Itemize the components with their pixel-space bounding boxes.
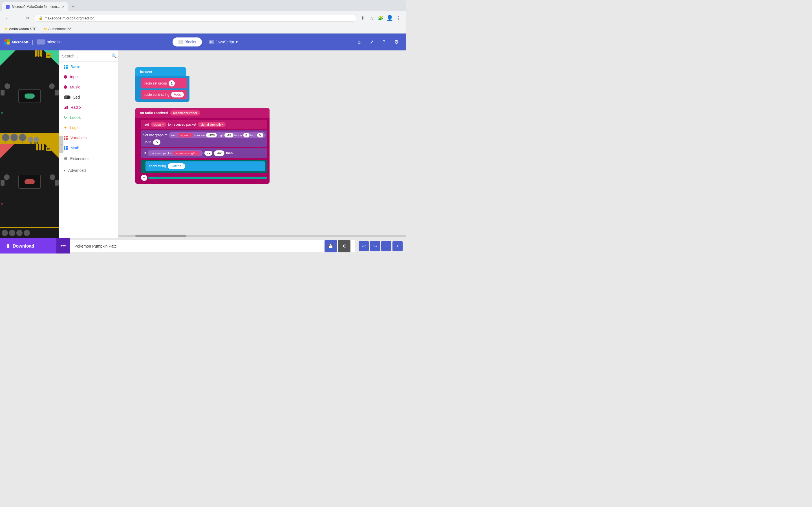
on-radio-label: on radio received [140,111,168,115]
compare-val: -42 [217,151,221,155]
sidebar-item-variables[interactable]: Variables [59,133,118,143]
url-text: makecode.microbit.org/#editor [45,16,94,20]
undo-btn[interactable]: ↩ [359,241,369,251]
scrollbar-thumb[interactable] [135,235,186,237]
search-input[interactable] [62,54,111,58]
received-number: receivedNumber [173,111,197,115]
a-label-bottom: A [1,202,3,205]
github-btn[interactable]: ⑆ [338,240,350,252]
low-val1: -128 [208,133,214,137]
plot-bar-graph-of-label: plot bar graph of [143,133,167,137]
ssl-icon: 🔒 [39,16,43,20]
reload-button[interactable]: ↻ [24,14,32,22]
sidebar-item-input[interactable]: Input [59,72,118,82]
forward-button[interactable]: → [13,14,21,22]
back-button[interactable]: ← [3,14,11,22]
tab-close-btn[interactable]: ✕ [62,5,64,9]
signal-dropdown[interactable]: signal ▾ [151,122,166,127]
header-divider: | [32,39,33,45]
corner-hole-br [50,174,55,180]
forever-body: radio set group 1 radio send string hell… [135,76,190,102]
profile-btn[interactable]: 👤 [386,14,394,22]
high-val2-pill: 5 [257,133,263,137]
button-b[interactable] [55,90,59,96]
toolbar-actions: ⬇ ☆ 🧩 👤 ⋮ [359,14,403,22]
received-number-pill: receivedNumber [170,110,200,115]
led-toggle-icon [64,96,70,99]
then-label: then [226,151,233,155]
gte-dropdown[interactable]: ≥ ▾ [204,151,212,156]
from-low-label: from low [194,133,206,137]
sidebar-item-basic[interactable]: Basic [59,62,118,72]
signal-map-dropdown[interactable]: signal ▾ [178,133,193,137]
tab-title: Microsoft MakeCode for micro... [12,5,60,9]
search-icon[interactable]: 🔍 [111,53,117,59]
button-b-bottom[interactable] [55,180,59,186]
extension-puzzle-btn[interactable]: 🧩 [377,14,385,22]
signal-strength-if-dropdown[interactable]: signal strength ▾ [173,151,200,156]
download-button[interactable]: ⬇ Download [0,238,56,253]
help-button[interactable]: ? [379,37,389,47]
address-bar[interactable]: 🔒 makecode.microbit.org/#editor [34,15,356,22]
sidebar-item-advanced[interactable]: ▾ Advanced [59,165,118,175]
settings-button[interactable]: ⚙ [391,37,402,47]
sidebar-basic-label: Basic [70,64,80,69]
received-packet-label: received packet [172,122,196,126]
save-project-btn[interactable]: 💾 [324,240,337,252]
blocks-mode-btn[interactable]: ⬜ Blocks [172,38,202,47]
up-to-val-pill: 5 [153,139,161,145]
teal-connector [148,177,267,179]
corner-hole-tr [49,83,55,89]
download-page-btn[interactable]: ⬇ [359,14,366,22]
collapse-simulator-btn[interactable]: ‹ [59,136,63,153]
add-block-btn[interactable]: + [141,175,147,181]
compare-val-pill: -42 [214,151,224,156]
microsoft-logo[interactable]: Microsoft [4,40,29,45]
zoom-out-btn[interactable]: − [381,241,391,251]
more-dots: ••• [61,243,66,249]
map-label: map [171,133,177,137]
sidebar-item-radio[interactable]: Radio [59,102,118,112]
button-a[interactable] [1,90,4,96]
ms-grid-icon [4,40,10,45]
advanced-label: Advanced [68,168,86,173]
home-button[interactable]: ⌂ [354,37,364,47]
menu-btn[interactable]: ⋮ [395,14,403,22]
sidebar-item-extensions[interactable]: ⊕ Extensions [59,153,118,164]
sidebar-item-music[interactable]: Music [59,82,118,92]
high-val1: -42 [227,133,231,137]
microbit-device-bottom: B▸ A [0,144,59,238]
share-button[interactable]: ↗ [366,37,377,47]
plot-bar-block: plot bar graph of map signal ▾ from low … [141,130,267,147]
project-name-input[interactable] [74,244,324,248]
sidebar-item-loops[interactable]: ↻ Loops [59,112,118,122]
redo-btn[interactable]: ↪ [370,241,380,251]
header-center: ⬜ Blocks JS JavaScript ▾ [62,38,354,47]
bookmark-1[interactable]: 📁 Ambaixadora STE... [3,26,40,32]
ss-if-arrow: ▾ [197,152,198,155]
active-tab[interactable]: Microsoft MakeCode for micro... ✕ [2,2,68,11]
new-tab-button[interactable]: + [69,3,77,11]
bookmark-2[interactable]: 📁 Aumentame'22 [43,26,72,32]
radio-bars-icon [64,106,68,109]
button-a-bottom[interactable] [1,180,4,186]
javascript-mode-btn[interactable]: JS JavaScript ▾ [203,38,243,47]
maximize-btn[interactable]: ⋯ [400,5,404,9]
microsoft-label: Microsoft [12,40,29,44]
corner-deco-tl [0,50,15,66]
more-options-btn[interactable]: ••• [56,238,70,253]
horizontal-scrollbar[interactable] [118,235,406,237]
input-dot-icon [64,75,67,78]
bookmark-btn[interactable]: ☆ [368,14,375,22]
corner-deco-tr [44,50,59,66]
signal-strength-dropdown[interactable]: signal strength ▾ [198,122,226,127]
sidebar-item-math[interactable]: Math [59,143,118,153]
hello-value: hello [174,93,181,97]
zoom-in-btn[interactable]: + [393,241,403,251]
math-icon [64,146,68,150]
sidebar-item-led[interactable]: Led [59,92,118,102]
microbit-logo[interactable]: micro:bit [37,40,62,45]
sidebar-item-logic[interactable]: ✦ Logic [59,122,118,133]
basic-grid-icon [64,65,68,69]
high-val2: 5 [259,133,261,137]
